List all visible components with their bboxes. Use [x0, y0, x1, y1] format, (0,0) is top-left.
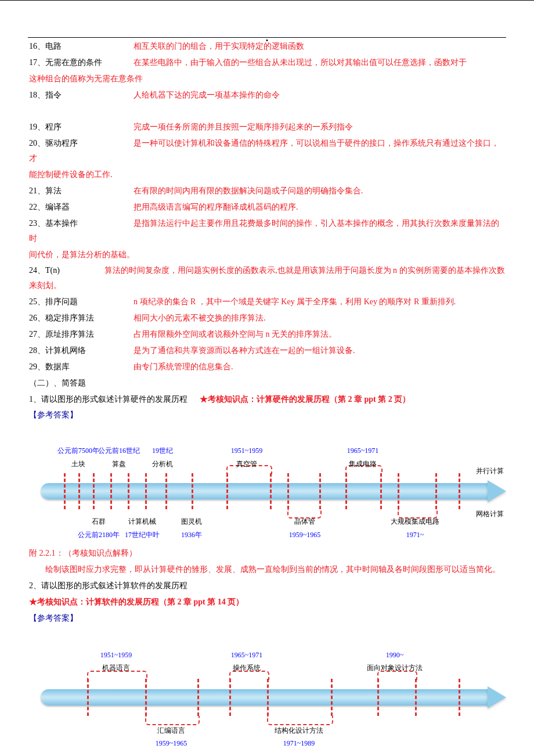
term-label: 21、算法 [29, 183, 134, 199]
definition-item: 26、稳定排序算法相同大小的元素不被交换的排序算法. [29, 310, 506, 326]
timeline-tick [331, 679, 333, 716]
definition-item: 19、程序完成一项任务所需的并且按照一定顺序排列起来的一系列指令 [29, 119, 506, 135]
timeline-tick [87, 679, 89, 716]
timeline-label-bottom: 图灵机1936年 [181, 515, 202, 541]
term-label: 20、驱动程序 [29, 136, 134, 151]
timeline-tick [78, 473, 80, 509]
question-1: 1、请以图形的形式叙述计算硬件的发展历程 ★考核知识点：计算硬件的发展历程（第 … [29, 391, 506, 408]
answer-label-2: 【参考答案】 [29, 610, 506, 627]
question-2: 2、请以图形的形式叙述计算软件的发展历程 [29, 578, 506, 594]
timeline-tick [319, 473, 321, 509]
term-definition: 在某些电路中，由于输入值的一些组合从未出现过，所以对其输出值可以任意选择，函数对… [134, 58, 467, 67]
timeline-label-bottom: 晶体管1959~1965 [289, 515, 321, 541]
timeline-label-top: 19世纪分析机 [152, 444, 173, 470]
timeline-tick [229, 679, 231, 716]
term-definition: 人给机器下达的完成一项基本操作的命令 [134, 91, 280, 99]
definition-item: 17、无需在意的条件在某些电路中，由于输入值的一些组合从未出现过，所以对其输出值… [29, 55, 506, 71]
term-label: 26、稳定排序算法 [29, 311, 134, 326]
timeline-tick [377, 679, 379, 716]
term-label: 25、排序问题 [29, 294, 134, 309]
timeline-tick [415, 679, 417, 716]
definition-item: 28、计算机网络是为了通信和共享资源而以各种方式连在一起的一组计算设备. [29, 343, 506, 359]
timeline-label-top: 1965~1971操作系统 [231, 649, 263, 674]
timeline-tick [459, 473, 460, 509]
term-label: 18、指令 [29, 88, 134, 103]
timeline-tick [110, 473, 112, 509]
timeline-tick [64, 473, 66, 509]
label-parallel: 并行计算 [476, 465, 504, 477]
timeline-tick [345, 473, 347, 509]
term-definition: 是为了通信和共享资源而以各种方式连在一起的一组计算设备. [134, 346, 355, 355]
timeline-label-bottom: 计算机械17世纪中叶 [125, 515, 160, 541]
timeline-label-top: 公元前7500年土块 [57, 444, 99, 470]
timeline-label-top: 1990~面向对象设计方法 [367, 649, 423, 674]
timeline-tick [435, 473, 437, 509]
timeline-bar [41, 483, 495, 499]
header-dot: . [266, 28, 269, 48]
q1-text: 1、请以图形的形式叙述计算硬件的发展历程 [29, 395, 187, 404]
term-label: 29、数据库 [29, 359, 134, 375]
timeline-tick [226, 473, 228, 509]
timeline-label-bottom: 结构化设计方法1971~1989 [275, 724, 323, 750]
spacer [29, 103, 506, 120]
timeline-arrow-icon [488, 686, 506, 708]
timeline-arrow-icon [488, 480, 506, 502]
timeline-tick [93, 473, 95, 509]
term-definition: 相互关联的门的组合，用于实现特定的逻辑函数 [134, 42, 304, 51]
term-definition: n 项纪录的集合 R ，其中一个域是关键字 Key 属于全序集，利用 Key 的… [134, 297, 456, 306]
timeline-tick [192, 473, 193, 509]
timeline-label-bottom: 石群公元前2180年 [78, 515, 120, 541]
timeline-tick [128, 473, 129, 509]
q1-exam-point: ★考核知识点：计算硬件的发展历程（第 2 章 ppt 第 2 页） [200, 395, 410, 404]
timeline-label-top: 1951~1959真空管 [231, 444, 263, 470]
term-definition: 相同大小的元素不被交换的排序算法. [134, 314, 266, 322]
note-1-body: 绘制该图时应力求完整，即从计算硬件的雏形、发展、成熟一直绘制到当前的情况，其中时… [29, 561, 506, 578]
definition-item: 21、算法在有限的时间内用有限的数据解决问题或子问题的明确指令集合. [29, 183, 506, 199]
timeline-tick [270, 473, 272, 509]
term-label: 28、计算机网络 [29, 343, 134, 358]
timeline-tick [165, 473, 167, 509]
timeline-tick [398, 473, 399, 509]
hardware-timeline: 公元前7500年土块公元前16世纪算盘19世纪分析机1951~1959真空管19… [29, 428, 506, 538]
timeline-label-bottom: 汇编语言1959~1965 [156, 724, 187, 750]
definitions-block: 16、电路相互关联的门的组合，用于实现特定的逻辑函数17、无需在意的条件在某些电… [29, 38, 506, 375]
term-definition: 占用有限额外空间或者说额外空间与 n 无关的排序算法。 [134, 330, 337, 339]
definition-item: 25、排序问题n 项纪录的集合 R ，其中一个域是关键字 Key 属于全序集，利… [29, 294, 506, 310]
term-label: 16、电路 [29, 39, 134, 54]
term-definition: 由专门系统管理的信息集合. [134, 362, 233, 371]
term-definition: 在有限的时间内用有限的数据解决问题或子问题的明确指令集合. [134, 186, 363, 195]
definition-item: 23、基本操作是指算法运行中起主要作用且花费最多时间的操作，引入基本操作的概念，… [29, 215, 506, 247]
timeline-tick [267, 679, 269, 716]
definition-continuation: 这种组合的值称为无需在意条件 [29, 71, 506, 87]
note-1-head: 附 2.2.1：（考核知识点解释） [29, 545, 506, 561]
timeline-label-top: 1951~1959机器语言 [100, 649, 132, 674]
term-label: 23、基本操作 [29, 216, 134, 231]
definition-item: 29、数据库由专门系统管理的信息集合. [29, 359, 506, 375]
definition-item: 20、驱动程序是一种可以使计算机和设备通信的特殊程序，可以说相当于硬件的接口，操… [29, 135, 506, 167]
timeline-tick [287, 473, 289, 509]
timeline-label-top: 1965~1971集成电路 [347, 444, 379, 470]
q2-exam-point: ★考核知识点：计算软件的发展历程（第 2 章 ppt 第 14 页） [29, 594, 506, 610]
answer-label-1: 【参考答案】 [29, 407, 506, 423]
term-label: 27、原址排序算法 [29, 327, 134, 342]
section-heading: （二）、简答题 [29, 375, 506, 391]
term-label: 17、无需在意的条件 [29, 55, 134, 70]
timeline-label-top: 公元前16世纪算盘 [98, 444, 140, 470]
definition-item: 24、T(n)算法的时间复杂度，用问题实例长度的函数表示,也就是用该算法用于问题… [29, 262, 506, 294]
timeline-label-bottom: 大规模集成电路1971~ [391, 515, 439, 541]
definition-item: 22、编译器把用高级语言编写的程序翻译成机器码的程序. [29, 199, 506, 215]
term-definition: 完成一项任务所需的并且按照一定顺序排列起来的一系列指令 [134, 123, 353, 131]
definition-continuation: 能控制硬件设备的工作. [29, 167, 506, 183]
definition-item: 18、指令人给机器下达的完成一项基本操作的命令 [29, 87, 506, 103]
term-label: 22、编译器 [29, 200, 134, 215]
timeline-tick [197, 679, 199, 716]
timeline-tick [459, 679, 460, 716]
term-label: 19、程序 [29, 120, 134, 135]
label-grid: 网格计算 [476, 507, 504, 520]
software-timeline: 1951~1959机器语言1965~1971操作系统1990~面向对象设计方法汇… [29, 631, 506, 747]
term-label: 24、T(n) [29, 263, 104, 278]
definition-continuation: 间代价，是算法分析的基础。 [29, 247, 506, 263]
timeline-tick [145, 473, 147, 509]
definition-item: 27、原址排序算法占用有限额外空间或者说额外空间与 n 无关的排序算法。 [29, 326, 506, 343]
document-page: . 16、电路相互关联的门的组合，用于实现特定的逻辑函数17、无需在意的条件在某… [0, 0, 534, 756]
